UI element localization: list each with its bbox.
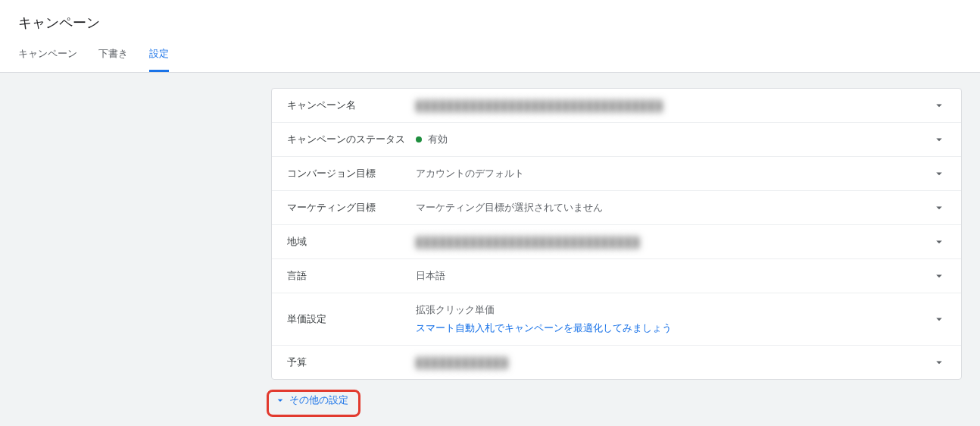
tab-drafts[interactable]: 下書き — [98, 36, 128, 72]
chevron-down-icon — [932, 235, 946, 249]
row-status[interactable]: キャンペーンのステータス 有効 — [272, 123, 961, 157]
tabs: キャンペーン 下書き 設定 — [0, 36, 980, 72]
row-value: マーケティング目標が選択されていません — [416, 201, 932, 215]
page-header: キャンペーン キャンペーン 下書き 設定 — [0, 0, 980, 73]
row-marketing-goal[interactable]: マーケティング目標 マーケティング目標が選択されていません — [272, 191, 961, 225]
chevron-down-icon — [274, 394, 286, 406]
row-bidding[interactable]: 単価設定 拡張クリック単価 スマート自動入札でキャンペーンを最適化してみましょう — [272, 293, 961, 346]
more-settings-label: その他の設定 — [289, 393, 348, 407]
row-value: 有効 — [416, 133, 932, 146]
row-value: ████████████████████████████████ — [416, 100, 932, 111]
page-title: キャンペーン — [0, 0, 980, 36]
row-campaign-name[interactable]: キャンペーン名 ████████████████████████████████ — [272, 89, 961, 123]
row-value: アカウントのデフォルト — [416, 167, 932, 180]
tab-settings[interactable]: 設定 — [149, 36, 169, 72]
chevron-down-icon — [932, 312, 946, 326]
row-value: 日本語 — [416, 269, 932, 283]
chevron-down-icon — [932, 167, 946, 180]
row-label: コンバージョン目標 — [287, 167, 416, 180]
chevron-down-icon — [932, 133, 946, 146]
status-dot-icon — [416, 136, 422, 143]
row-value: ████████████ — [416, 357, 932, 368]
row-label: マーケティング目標 — [287, 201, 416, 215]
tab-campaigns[interactable]: キャンペーン — [18, 36, 77, 72]
row-value: █████████████████████████████ — [416, 236, 932, 248]
row-conversion-goal[interactable]: コンバージョン目標 アカウントのデフォルト — [272, 157, 961, 191]
chevron-down-icon — [932, 201, 946, 215]
row-locations[interactable]: 地域 █████████████████████████████ — [272, 225, 961, 259]
row-label: 予算 — [287, 356, 416, 369]
chevron-down-icon — [932, 99, 946, 112]
row-label: キャンペーンのステータス — [287, 133, 416, 146]
status-text: 有効 — [428, 133, 448, 146]
bidding-suggestion-link[interactable]: スマート自動入札でキャンペーンを最適化してみましょう — [416, 321, 932, 335]
content-area: キャンペーン名 ████████████████████████████████… — [0, 73, 980, 425]
chevron-down-icon — [932, 269, 946, 283]
row-budget[interactable]: 予算 ████████████ — [272, 346, 961, 379]
row-label: 単価設定 — [287, 312, 416, 326]
bidding-type: 拡張クリック単価 — [416, 303, 932, 317]
row-label: キャンペーン名 — [287, 99, 416, 112]
settings-card: キャンペーン名 ████████████████████████████████… — [271, 88, 962, 380]
row-label: 言語 — [287, 269, 416, 283]
chevron-down-icon — [932, 356, 946, 369]
row-languages[interactable]: 言語 日本語 — [272, 259, 961, 293]
more-settings-toggle[interactable]: その他の設定 — [271, 390, 354, 410]
row-value: 拡張クリック単価 スマート自動入札でキャンペーンを最適化してみましょう — [416, 303, 932, 335]
row-label: 地域 — [287, 235, 416, 249]
